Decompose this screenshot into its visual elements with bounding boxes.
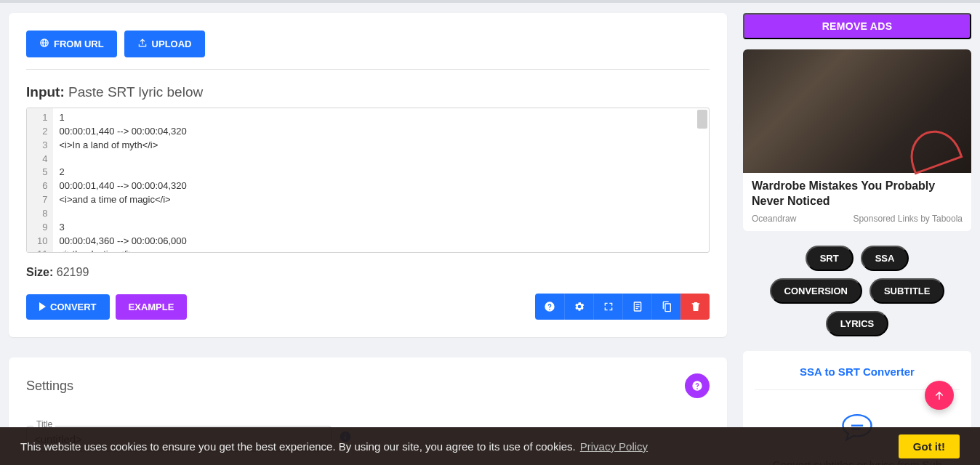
ad-card[interactable]: Wardrobe Mistakes You Probably Never Not… <box>743 49 971 231</box>
editor-icon-button[interactable] <box>622 294 651 320</box>
cookie-accept-button[interactable]: Got it! <box>899 434 960 458</box>
settings-icon-button[interactable] <box>564 294 593 320</box>
input-heading: Input: Paste SRT lyric below <box>26 84 710 100</box>
settings-help-button[interactable] <box>685 373 710 398</box>
upload-icon <box>137 38 148 50</box>
privacy-link[interactable]: Privacy Policy <box>580 440 648 453</box>
code-area[interactable]: 1 00:00:01,440 --> 00:00:04,320 <i>In a … <box>53 108 709 252</box>
example-button[interactable]: EXAMPLE <box>116 294 188 320</box>
editor-icon-bar <box>535 294 710 320</box>
from-url-button[interactable]: FROM URL <box>26 31 117 57</box>
remove-ads-button[interactable]: REMOVE ADS <box>743 13 971 39</box>
scroll-top-button[interactable] <box>925 381 954 410</box>
ad-image <box>743 49 971 173</box>
fullscreen-icon-button[interactable] <box>593 294 622 320</box>
globe-icon <box>39 38 49 50</box>
settings-heading: Settings <box>26 379 73 394</box>
cookie-bar: This website uses cookies to ensure you … <box>0 427 980 465</box>
convert-button[interactable]: CONVERT <box>26 294 110 320</box>
editor-scrollbar[interactable] <box>697 110 707 129</box>
ad-sponsor: Sponsored Links by Taboola <box>853 214 963 224</box>
input-card: FROM URL UPLOAD Input: Paste SRT lyric b… <box>9 13 727 337</box>
ad-title: Wardrobe Mistakes You Probably Never Not… <box>752 179 963 209</box>
size-line: Size: 62199 <box>26 266 710 279</box>
tag-conversion[interactable]: CONVERSION <box>770 278 862 304</box>
play-icon <box>39 302 46 311</box>
help-icon-button[interactable] <box>535 294 564 320</box>
ad-source: Oceandraw <box>752 214 796 224</box>
tag-ssa[interactable]: SSA <box>861 246 909 271</box>
tag-srt[interactable]: SRT <box>806 246 854 271</box>
tag-lyrics[interactable]: LYRICS <box>826 311 888 336</box>
line-gutter: 1234567891011121314 <box>27 108 53 252</box>
cookie-text: This website uses cookies to ensure you … <box>20 440 576 453</box>
tag-subtitle[interactable]: SUBTITLE <box>869 278 945 304</box>
srt-editor[interactable]: 1234567891011121314 1 00:00:01,440 --> 0… <box>26 108 710 253</box>
upload-button[interactable]: UPLOAD <box>124 31 205 57</box>
delete-icon-button[interactable] <box>680 294 710 320</box>
tag-row: SRTSSACONVERSIONSUBTITLELYRICS <box>743 241 971 341</box>
copy-icon-button[interactable] <box>651 294 680 320</box>
